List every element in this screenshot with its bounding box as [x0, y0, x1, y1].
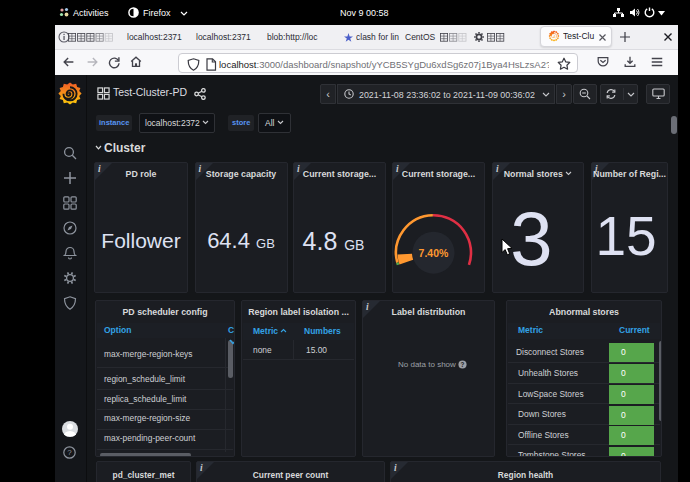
svg-text:7.40%: 7.40%	[419, 247, 449, 259]
svg-text:?: ?	[461, 361, 465, 368]
svg-text:?: ?	[67, 448, 72, 457]
